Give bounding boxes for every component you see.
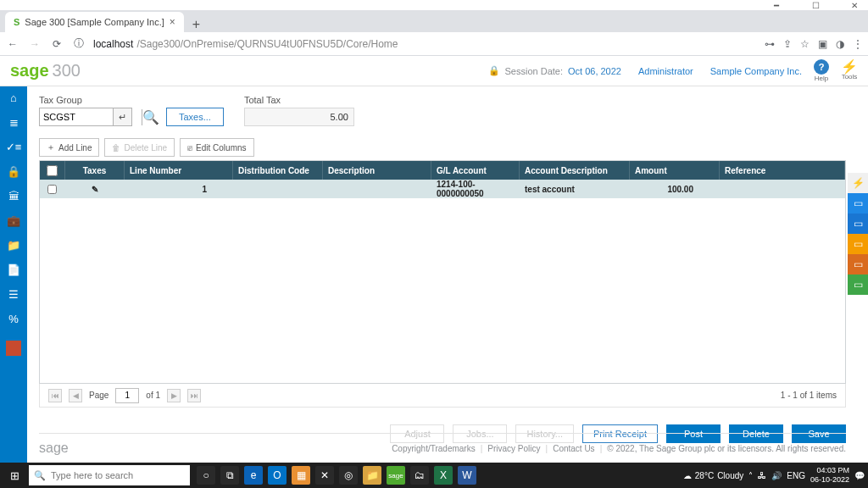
- window-maximize[interactable]: ☐: [804, 0, 827, 10]
- nav-lock-icon[interactable]: 🔒: [7, 165, 20, 178]
- extension-icon[interactable]: ▣: [818, 38, 827, 50]
- tray-lang[interactable]: ENG: [787, 471, 805, 480]
- cloud-icon: ☁: [683, 471, 692, 480]
- tray-chevron-up-icon[interactable]: ˄: [748, 471, 753, 480]
- left-nav: ⌂ ≣ ✓≡ 🔒 🏛 💼 📁 📄 ☰ %: [0, 86, 27, 463]
- taskbar-app-icon[interactable]: ▦: [292, 466, 310, 485]
- key-icon[interactable]: ⊶: [765, 38, 775, 50]
- pager-prev[interactable]: ◀: [69, 389, 82, 402]
- edit-columns-button[interactable]: ⎚Edit Columns: [180, 138, 253, 157]
- taskbar-edge-icon[interactable]: e: [244, 466, 263, 485]
- col-dist-code[interactable]: Distribution Code: [233, 161, 323, 180]
- taskbar-clock[interactable]: 04:03 PM 06-10-2022: [810, 466, 849, 485]
- tray-network-icon[interactable]: 🖧: [758, 471, 766, 480]
- taskbar-excel-icon[interactable]: X: [434, 466, 453, 485]
- nav-folder-icon[interactable]: 📁: [7, 239, 20, 252]
- col-line-number[interactable]: Line Number: [125, 161, 233, 180]
- nav-back-icon[interactable]: ←: [5, 38, 20, 50]
- nav-forward-icon[interactable]: →: [27, 38, 42, 50]
- footer-privacy[interactable]: Privacy Policy: [487, 444, 540, 453]
- nav-red-tile[interactable]: [6, 341, 21, 356]
- cell-reference[interactable]: [720, 180, 845, 198]
- tray-volume-icon[interactable]: 🔊: [771, 471, 782, 480]
- footer-copyright[interactable]: Copyright/Trademarks: [392, 444, 476, 453]
- col-description[interactable]: Description: [323, 161, 431, 180]
- header-user-link[interactable]: Administrator: [638, 66, 693, 76]
- site-info-icon[interactable]: ⓘ: [71, 36, 86, 51]
- taskbar-chrome-icon[interactable]: ◎: [339, 466, 358, 485]
- select-all-checkbox[interactable]: [47, 165, 58, 176]
- profile-icon[interactable]: ◑: [836, 38, 844, 50]
- nav-report-icon[interactable]: ☰: [8, 288, 19, 301]
- tray-notifications-icon[interactable]: 💬: [854, 471, 865, 480]
- window-close[interactable]: ✕: [843, 0, 866, 10]
- tab-close-icon[interactable]: ×: [170, 16, 175, 28]
- taskbar-files-icon[interactable]: 🗂: [410, 466, 429, 485]
- pager-first[interactable]: ⏮: [48, 389, 62, 402]
- dock-bolt-icon[interactable]: ⚡: [848, 173, 868, 193]
- taskbar-taskview-icon[interactable]: ⧉: [220, 466, 239, 485]
- tab-favicon: S: [14, 17, 19, 27]
- dock-tile-5[interactable]: ▭: [848, 274, 868, 295]
- page-footer: sage Copyright/Trademarks| Privacy Polic…: [39, 433, 846, 463]
- tax-group-finder-button[interactable]: ↵: [114, 108, 132, 126]
- dock-tile-2[interactable]: ▭: [848, 214, 868, 234]
- bookmark-icon[interactable]: ☆: [800, 38, 810, 50]
- col-acct-desc[interactable]: Account Description: [520, 161, 630, 180]
- table-row[interactable]: ✎ 1 1214-100-0000000050 test account 100…: [40, 180, 845, 198]
- share-icon[interactable]: ⇪: [783, 38, 792, 50]
- nav-module-icon[interactable]: ≣: [9, 116, 19, 129]
- tax-group-search-button[interactable]: 🔍: [142, 109, 159, 125]
- cell-gl-account[interactable]: 1214-100-0000000050: [431, 180, 520, 198]
- taskbar-sage-icon[interactable]: sage: [387, 466, 405, 485]
- col-amount[interactable]: Amount: [630, 161, 720, 180]
- cell-dist-code[interactable]: [233, 180, 323, 198]
- nav-doc-icon[interactable]: 📄: [7, 263, 20, 276]
- address-bar[interactable]: localhost/Sage300/OnPremise/QURNSU4tU0FN…: [93, 38, 758, 50]
- taskbar-weather[interactable]: ☁ 28°C Cloudy: [683, 471, 743, 480]
- windows-taskbar: ⊞ 🔍 Type here to search ○ ⧉ e O ▦ ✕ ◎ 📁 …: [0, 463, 868, 488]
- nav-reload-icon[interactable]: ⟳: [49, 38, 64, 50]
- add-line-button[interactable]: ＋Add Line: [39, 138, 99, 157]
- row-checkbox[interactable]: [47, 185, 57, 194]
- taskbar-tools-icon[interactable]: ✕: [315, 466, 334, 485]
- nav-percent-icon[interactable]: %: [8, 313, 19, 325]
- pager-page-input[interactable]: [115, 388, 139, 403]
- cell-acct-desc[interactable]: test account: [520, 180, 630, 198]
- pager-last[interactable]: ⏭: [187, 389, 201, 402]
- col-reference[interactable]: Reference: [720, 161, 845, 180]
- taxes-button[interactable]: Taxes...: [166, 108, 224, 126]
- new-tab-button[interactable]: +: [184, 17, 209, 32]
- menu-icon[interactable]: ⋮: [853, 38, 863, 50]
- taskbar-cortana-icon[interactable]: ○: [197, 466, 215, 485]
- nav-checklist-icon[interactable]: ✓≡: [6, 141, 22, 153]
- tax-group-input[interactable]: [39, 108, 114, 126]
- taskbar-explorer-icon[interactable]: 📁: [363, 466, 381, 485]
- col-gl-account[interactable]: G/L Account: [431, 161, 520, 180]
- taskbar-outlook-icon[interactable]: O: [268, 466, 287, 485]
- header-company-link[interactable]: Sample Company Inc.: [710, 66, 802, 76]
- tab-title: Sage 300 [Sample Company Inc.]: [25, 17, 164, 27]
- window-minimize[interactable]: ━: [765, 0, 788, 10]
- cell-line-number[interactable]: 1: [125, 180, 233, 198]
- help-button[interactable]: ? Help: [814, 59, 829, 82]
- nav-home-icon[interactable]: ⌂: [10, 92, 17, 104]
- taskbar-word-icon[interactable]: W: [458, 466, 476, 485]
- pager-next[interactable]: ▶: [167, 389, 181, 402]
- total-tax-label: Total Tax: [244, 95, 354, 105]
- start-button[interactable]: ⊞: [0, 469, 29, 482]
- sage-logo: sage 300: [10, 61, 81, 80]
- taskbar-search[interactable]: 🔍 Type here to search: [29, 465, 190, 485]
- cell-amount[interactable]: 100.00: [630, 180, 720, 198]
- tools-button[interactable]: ⚡ Tools: [841, 61, 858, 80]
- dock-tile-1[interactable]: ▭: [848, 193, 868, 214]
- nav-bank-icon[interactable]: 🏛: [8, 190, 19, 202]
- dock-tile-4[interactable]: ▭: [848, 254, 868, 274]
- col-taxes[interactable]: Taxes: [65, 161, 125, 180]
- cell-description[interactable]: [323, 180, 431, 198]
- browser-tab[interactable]: S Sage 300 [Sample Company Inc.] ×: [5, 12, 184, 32]
- footer-contact[interactable]: Contact Us: [553, 444, 594, 453]
- dock-tile-3[interactable]: ▭: [848, 234, 868, 254]
- nav-briefcase-icon[interactable]: 💼: [7, 214, 20, 227]
- edit-taxes-icon[interactable]: ✎: [92, 185, 98, 194]
